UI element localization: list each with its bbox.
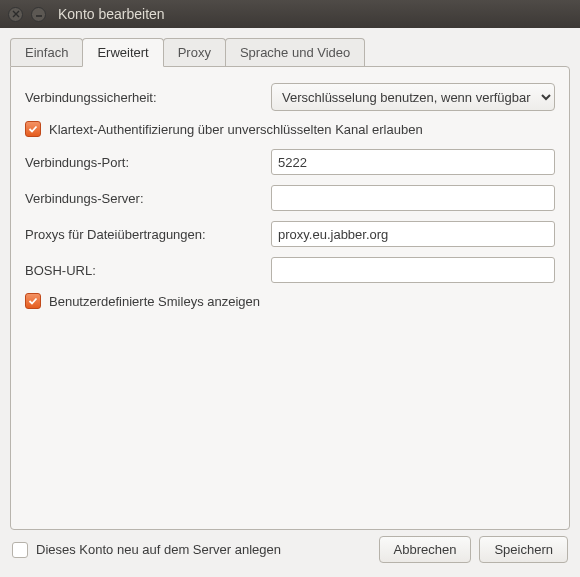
row-server: Verbindungs-Server: [25,185,555,211]
tab-sprache-video[interactable]: Sprache und Video [225,38,365,66]
smileys-checkbox[interactable] [25,293,41,309]
register-checkbox[interactable] [12,542,28,558]
row-smileys: Benutzerdefinierte Smileys anzeigen [25,293,555,309]
row-bosh: BOSH-URL: [25,257,555,283]
tab-erweitert[interactable]: Erweitert [82,38,163,67]
security-label: Verbindungssicherheit: [25,90,271,105]
security-select[interactable]: Verschlüsselung benutzen, wenn verfügbar [271,83,555,111]
tab-panel-erweitert: Verbindungssicherheit: Verschlüsselung b… [10,66,570,530]
minimize-icon[interactable] [31,7,46,22]
footer-row: Dieses Konto neu auf dem Server anlegen … [10,530,570,567]
titlebar: Konto bearbeiten [0,0,580,28]
row-fileproxy: Proxys für Dateiübertragungen: [25,221,555,247]
cancel-button[interactable]: Abbrechen [379,536,472,563]
port-input[interactable] [271,149,555,175]
row-port: Verbindungs-Port: [25,149,555,175]
tabs-bar: Einfach Erweitert Proxy Sprache und Vide… [10,38,570,66]
window-title: Konto bearbeiten [58,6,165,22]
bosh-input[interactable] [271,257,555,283]
row-security: Verbindungssicherheit: Verschlüsselung b… [25,83,555,111]
tab-proxy[interactable]: Proxy [163,38,226,66]
server-input[interactable] [271,185,555,211]
server-label: Verbindungs-Server: [25,191,271,206]
row-klartext: Klartext-Authentifizierung über unversch… [25,121,555,137]
klartext-checkbox[interactable] [25,121,41,137]
klartext-label: Klartext-Authentifizierung über unversch… [49,122,423,137]
tab-einfach[interactable]: Einfach [10,38,83,66]
close-icon[interactable] [8,7,23,22]
register-label: Dieses Konto neu auf dem Server anlegen [36,542,281,557]
port-label: Verbindungs-Port: [25,155,271,170]
client-area: Einfach Erweitert Proxy Sprache und Vide… [0,28,580,577]
fileproxy-label: Proxys für Dateiübertragungen: [25,227,271,242]
window: Konto bearbeiten Einfach Erweitert Proxy… [0,0,580,577]
bosh-label: BOSH-URL: [25,263,271,278]
fileproxy-input[interactable] [271,221,555,247]
save-button[interactable]: Speichern [479,536,568,563]
smileys-label: Benutzerdefinierte Smileys anzeigen [49,294,260,309]
